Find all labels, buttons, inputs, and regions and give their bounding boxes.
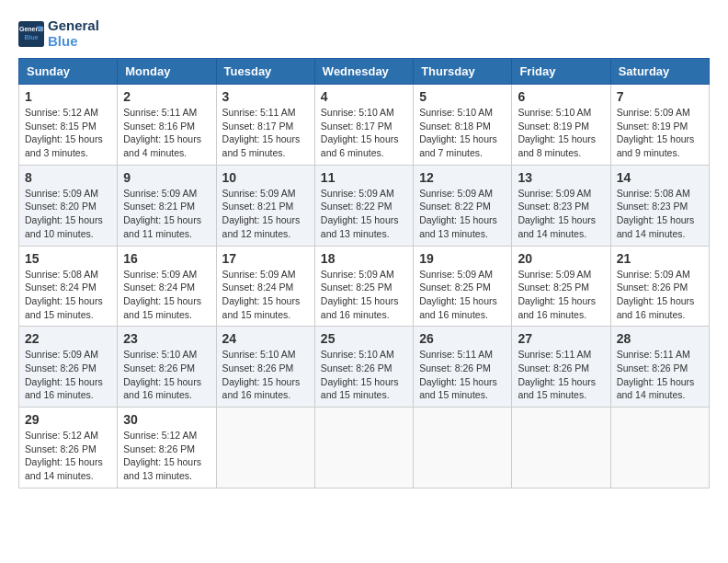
calendar-cell: 7 Sunrise: 5:09 AM Sunset: 8:19 PM Dayli… [610, 85, 709, 166]
day-info: Sunrise: 5:08 AM Sunset: 8:23 PM Dayligh… [617, 187, 703, 241]
day-number: 23 [123, 331, 210, 346]
day-info: Sunrise: 5:09 AM Sunset: 8:24 PM Dayligh… [123, 268, 210, 322]
day-number: 24 [222, 331, 309, 346]
svg-text:Blue: Blue [24, 33, 38, 40]
day-info: Sunrise: 5:09 AM Sunset: 8:22 PM Dayligh… [419, 187, 506, 241]
day-info: Sunrise: 5:11 AM Sunset: 8:26 PM Dayligh… [419, 348, 506, 402]
calendar-cell: 16 Sunrise: 5:09 AM Sunset: 8:24 PM Dayl… [118, 246, 216, 327]
day-number: 5 [419, 89, 506, 104]
day-info: Sunrise: 5:12 AM Sunset: 8:26 PM Dayligh… [123, 429, 210, 483]
calendar-cell: 23 Sunrise: 5:10 AM Sunset: 8:26 PM Dayl… [118, 327, 216, 408]
calendar-cell: 12 Sunrise: 5:09 AM Sunset: 8:22 PM Dayl… [414, 165, 512, 246]
header-wednesday: Wednesday [314, 59, 413, 85]
calendar-cell: 25 Sunrise: 5:10 AM Sunset: 8:26 PM Dayl… [314, 327, 413, 408]
calendar-body: 1 Sunrise: 5:12 AM Sunset: 8:15 PM Dayli… [19, 85, 710, 488]
calendar-cell [610, 408, 709, 488]
calendar-table: SundayMondayTuesdayWednesdayThursdayFrid… [18, 58, 710, 488]
day-number: 26 [419, 331, 506, 346]
day-number: 25 [321, 331, 407, 346]
day-info: Sunrise: 5:09 AM Sunset: 8:23 PM Dayligh… [518, 187, 604, 241]
day-number: 21 [617, 251, 703, 266]
day-info: Sunrise: 5:10 AM Sunset: 8:19 PM Dayligh… [518, 106, 604, 160]
calendar-cell: 5 Sunrise: 5:10 AM Sunset: 8:18 PM Dayli… [414, 85, 512, 166]
day-number: 19 [419, 251, 506, 266]
day-number: 2 [123, 89, 210, 104]
header-tuesday: Tuesday [216, 59, 314, 85]
day-number: 22 [25, 331, 111, 346]
day-info: Sunrise: 5:10 AM Sunset: 8:26 PM Dayligh… [123, 348, 210, 402]
calendar-cell: 29 Sunrise: 5:12 AM Sunset: 8:26 PM Dayl… [19, 408, 118, 488]
week-row-3: 15 Sunrise: 5:08 AM Sunset: 8:24 PM Dayl… [19, 246, 710, 327]
day-number: 8 [25, 170, 111, 185]
header-monday: Monday [118, 59, 216, 85]
header: General Blue General Blue [18, 18, 710, 49]
calendar-cell [216, 408, 314, 488]
week-row-1: 1 Sunrise: 5:12 AM Sunset: 8:15 PM Dayli… [19, 85, 710, 166]
calendar-cell: 30 Sunrise: 5:12 AM Sunset: 8:26 PM Dayl… [118, 408, 216, 488]
calendar-cell: 18 Sunrise: 5:09 AM Sunset: 8:25 PM Dayl… [314, 246, 413, 327]
calendar-cell: 14 Sunrise: 5:08 AM Sunset: 8:23 PM Dayl… [610, 165, 709, 246]
day-number: 18 [321, 251, 407, 266]
day-number: 29 [25, 412, 111, 427]
calendar-cell: 6 Sunrise: 5:10 AM Sunset: 8:19 PM Dayli… [512, 85, 610, 166]
day-info: Sunrise: 5:09 AM Sunset: 8:24 PM Dayligh… [222, 268, 309, 322]
logo-icon: General Blue [18, 21, 44, 47]
day-info: Sunrise: 5:09 AM Sunset: 8:25 PM Dayligh… [518, 268, 604, 322]
day-info: Sunrise: 5:10 AM Sunset: 8:26 PM Dayligh… [222, 348, 309, 402]
day-number: 3 [222, 89, 309, 104]
header-thursday: Thursday [414, 59, 512, 85]
day-number: 15 [25, 251, 111, 266]
day-number: 14 [617, 170, 703, 185]
header-friday: Friday [512, 59, 610, 85]
day-info: Sunrise: 5:12 AM Sunset: 8:15 PM Dayligh… [25, 106, 111, 160]
header-row: SundayMondayTuesdayWednesdayThursdayFrid… [19, 59, 710, 85]
calendar-cell: 21 Sunrise: 5:09 AM Sunset: 8:26 PM Dayl… [610, 246, 709, 327]
calendar-cell [414, 408, 512, 488]
day-info: Sunrise: 5:09 AM Sunset: 8:20 PM Dayligh… [25, 187, 111, 241]
week-row-5: 29 Sunrise: 5:12 AM Sunset: 8:26 PM Dayl… [19, 408, 710, 488]
calendar-cell: 2 Sunrise: 5:11 AM Sunset: 8:16 PM Dayli… [118, 85, 216, 166]
day-number: 20 [518, 251, 604, 266]
day-info: Sunrise: 5:11 AM Sunset: 8:26 PM Dayligh… [617, 348, 703, 402]
calendar-cell: 4 Sunrise: 5:10 AM Sunset: 8:17 PM Dayli… [314, 85, 413, 166]
calendar-cell: 1 Sunrise: 5:12 AM Sunset: 8:15 PM Dayli… [19, 85, 118, 166]
calendar-cell: 28 Sunrise: 5:11 AM Sunset: 8:26 PM Dayl… [610, 327, 709, 408]
day-info: Sunrise: 5:10 AM Sunset: 8:26 PM Dayligh… [321, 348, 407, 402]
day-number: 1 [25, 89, 111, 104]
calendar-cell: 10 Sunrise: 5:09 AM Sunset: 8:21 PM Dayl… [216, 165, 314, 246]
day-info: Sunrise: 5:11 AM Sunset: 8:16 PM Dayligh… [123, 106, 210, 160]
day-info: Sunrise: 5:10 AM Sunset: 8:17 PM Dayligh… [321, 106, 407, 160]
calendar-cell: 9 Sunrise: 5:09 AM Sunset: 8:21 PM Dayli… [118, 165, 216, 246]
calendar-cell: 20 Sunrise: 5:09 AM Sunset: 8:25 PM Dayl… [512, 246, 610, 327]
calendar-cell: 8 Sunrise: 5:09 AM Sunset: 8:20 PM Dayli… [19, 165, 118, 246]
day-info: Sunrise: 5:09 AM Sunset: 8:21 PM Dayligh… [123, 187, 210, 241]
day-info: Sunrise: 5:09 AM Sunset: 8:25 PM Dayligh… [419, 268, 506, 322]
calendar-cell: 11 Sunrise: 5:09 AM Sunset: 8:22 PM Dayl… [314, 165, 413, 246]
day-number: 10 [222, 170, 309, 185]
day-number: 12 [419, 170, 506, 185]
calendar-cell [512, 408, 610, 488]
logo-text: General Blue [48, 18, 99, 49]
logo: General Blue General Blue [18, 18, 99, 49]
calendar-cell: 17 Sunrise: 5:09 AM Sunset: 8:24 PM Dayl… [216, 246, 314, 327]
calendar-cell: 27 Sunrise: 5:11 AM Sunset: 8:26 PM Dayl… [512, 327, 610, 408]
day-number: 7 [617, 89, 703, 104]
day-info: Sunrise: 5:11 AM Sunset: 8:26 PM Dayligh… [518, 348, 604, 402]
day-number: 30 [123, 412, 210, 427]
day-number: 17 [222, 251, 309, 266]
calendar-cell [314, 408, 413, 488]
day-number: 13 [518, 170, 604, 185]
week-row-4: 22 Sunrise: 5:09 AM Sunset: 8:26 PM Dayl… [19, 327, 710, 408]
day-number: 11 [321, 170, 407, 185]
header-saturday: Saturday [610, 59, 709, 85]
calendar-cell: 24 Sunrise: 5:10 AM Sunset: 8:26 PM Dayl… [216, 327, 314, 408]
calendar-cell: 22 Sunrise: 5:09 AM Sunset: 8:26 PM Dayl… [19, 327, 118, 408]
day-info: Sunrise: 5:12 AM Sunset: 8:26 PM Dayligh… [25, 429, 111, 483]
week-row-2: 8 Sunrise: 5:09 AM Sunset: 8:20 PM Dayli… [19, 165, 710, 246]
day-number: 27 [518, 331, 604, 346]
day-info: Sunrise: 5:08 AM Sunset: 8:24 PM Dayligh… [25, 268, 111, 322]
header-sunday: Sunday [19, 59, 118, 85]
day-info: Sunrise: 5:11 AM Sunset: 8:17 PM Dayligh… [222, 106, 309, 160]
calendar-header: SundayMondayTuesdayWednesdayThursdayFrid… [19, 59, 710, 85]
calendar-cell: 3 Sunrise: 5:11 AM Sunset: 8:17 PM Dayli… [216, 85, 314, 166]
